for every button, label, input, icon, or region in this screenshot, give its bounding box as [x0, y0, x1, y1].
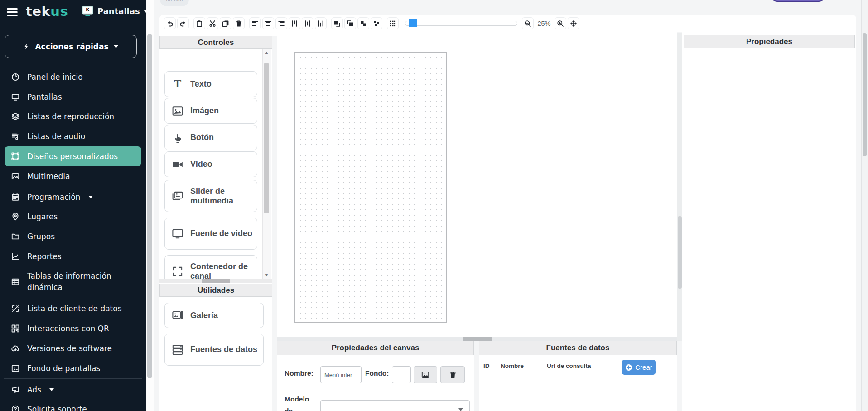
grid-button[interactable] [387, 17, 399, 29]
sidebar-scrollbar-thumb[interactable] [147, 34, 152, 378]
data-sources-body: IDNombreUrl de consulta Crear [479, 355, 677, 411]
zoom-out-button[interactable] [522, 17, 534, 29]
toolbar-group [387, 17, 399, 29]
create-data-source-button[interactable]: Crear [622, 360, 656, 375]
controls-scrollbar-thumb[interactable] [264, 63, 269, 213]
undo-button[interactable] [164, 17, 176, 29]
sidebar-item-reportes[interactable]: Reportes [5, 247, 141, 266]
utility-card-fuentes-de-datos[interactable]: Fuentes de datos [164, 334, 264, 366]
slider-thumb[interactable] [409, 19, 417, 27]
align-center-icon [265, 20, 272, 27]
bring-to-front-button[interactable] [331, 17, 343, 29]
controls-hscrollbar [159, 279, 272, 283]
sidebar-item-versiones-de-software[interactable]: Versiones de software [5, 338, 141, 358]
sidebar-item-label: Lista de cliente de datos [27, 303, 122, 314]
properties-panel: Propiedades [682, 15, 856, 411]
send-to-back-button[interactable] [344, 17, 356, 29]
sidebar-item-programacion[interactable]: Programación [5, 187, 141, 207]
table-icon [11, 278, 20, 286]
controls-hscrollbar-thumb[interactable] [202, 279, 230, 283]
pan-button[interactable] [568, 17, 579, 29]
paste-button[interactable] [193, 17, 205, 29]
align-center-button[interactable] [262, 17, 274, 29]
send-backward-icon [373, 20, 380, 27]
sidebar-item-panel-de-inicio[interactable]: Panel de inicio [5, 67, 141, 87]
model-select[interactable] [320, 400, 470, 411]
sidebar-item-ads[interactable]: Ads [5, 380, 141, 400]
utility-card-galeria[interactable]: Galería [164, 303, 264, 328]
utility-card-label: Fuentes de datos [190, 345, 257, 354]
create-button-label: Crear [635, 363, 652, 371]
grid-size-slider[interactable] [405, 21, 517, 26]
chart-line-icon [11, 252, 20, 261]
sidebar-item-pantallas[interactable]: Pantallas [5, 87, 141, 107]
background-image-button[interactable] [414, 366, 437, 383]
control-card-slider-de-multimedia[interactable]: Slider de multimedia [164, 180, 257, 212]
control-card-texto[interactable]: TTexto [164, 71, 257, 97]
scroll-down-icon[interactable]: ▼ [263, 273, 270, 277]
background-clear-button[interactable] [440, 366, 465, 383]
align-middle-button[interactable] [302, 17, 313, 29]
copy-button[interactable] [220, 17, 231, 29]
align-top-button[interactable] [289, 17, 300, 29]
page-scrollbar-thumb[interactable] [863, 33, 867, 156]
model-label: Modelo de [285, 393, 313, 411]
control-card-label: Botón [190, 133, 214, 142]
media-slider-icon [172, 190, 183, 202]
zoom-in-button[interactable] [555, 17, 566, 29]
background-color-input[interactable] [392, 366, 411, 383]
canvas-name-input[interactable] [320, 366, 362, 383]
redo-button[interactable] [177, 17, 189, 29]
cloud-download-icon [11, 344, 20, 353]
gallery-icon [172, 309, 183, 321]
layers-icon [11, 112, 20, 121]
sidebar-item-label: Grupos [27, 231, 55, 242]
control-card-fuente-de-video[interactable]: Fuente de video [164, 218, 257, 250]
sidebar-item-disenos-personalizados[interactable]: Diseños personalizados [5, 146, 141, 166]
send-to-back-icon [347, 20, 354, 27]
channel-container-icon [172, 266, 183, 277]
trash-icon [235, 20, 242, 27]
send-backward-button[interactable] [371, 17, 382, 29]
sidebar-item-interacciones-con-qr[interactable]: Interacciones con QR [5, 319, 141, 338]
chevron-down-icon [458, 408, 463, 411]
align-bottom-button[interactable] [315, 17, 327, 29]
sidebar-item-solicita-soporte[interactable]: Solicita soporte [5, 399, 141, 411]
align-right-button[interactable] [275, 17, 287, 29]
undo-icon [166, 20, 174, 27]
sidebar-item-multimedia[interactable]: Multimedia [5, 166, 141, 186]
align-left-button[interactable] [249, 17, 261, 29]
control-card-boton[interactable]: Botón [164, 125, 257, 150]
control-card-video[interactable]: Video [164, 151, 257, 177]
pointer-icon [172, 132, 183, 144]
utilities-panel-title: Utilidades [159, 284, 272, 297]
sidebar-item-listas-de-reproduccion[interactable]: Listas de reproducción [5, 106, 141, 126]
sidebar-item-fondo-de-pantallas[interactable]: Fondo de pantallas [5, 358, 141, 378]
canvas-vscrollbar-thumb[interactable] [678, 216, 682, 289]
controls-panel-title: Controles [159, 36, 272, 49]
data-sources-column-header: ID [483, 363, 490, 369]
sidebar-item-listas-de-audio[interactable]: Listas de audio [5, 126, 141, 146]
sidebar-item-tablas-de-informacion-dinamica[interactable]: Tablas de información dinámica [5, 268, 141, 296]
scroll-up-icon[interactable]: ▲ [263, 50, 270, 55]
control-card-imagen[interactable]: Imágen [164, 98, 257, 124]
top-action-button[interactable] [770, 0, 826, 2]
cut-button[interactable] [207, 17, 218, 29]
canvas-hscrollbar-thumb[interactable] [463, 337, 492, 341]
qr-code-icon [11, 324, 20, 333]
sidebar-item-lista-de-cliente-de-datos[interactable]: Lista de cliente de datos [5, 299, 141, 319]
canvas-properties-panel: Propiedades del canvas Nombre: Fondo: Mo… [277, 341, 474, 411]
controls-list: TTextoImágenBotónVideoSlider de multimed… [159, 49, 272, 279]
toolbar-group [249, 17, 327, 29]
align-right-icon [278, 20, 285, 27]
control-card-contenedor-de-canal[interactable]: Contenedor de canal [164, 255, 257, 279]
sidebar-item-grupos[interactable]: Grupos [5, 227, 141, 247]
wallpaper-icon [11, 364, 20, 372]
trash-button[interactable] [233, 17, 245, 29]
sidebar-item-label: Versiones de software [27, 343, 112, 354]
folder-icon [11, 232, 20, 241]
design-canvas[interactable] [294, 52, 447, 323]
properties-panel-title: Propiedades [684, 35, 855, 48]
bring-forward-button[interactable] [357, 17, 369, 29]
sidebar-item-lugares[interactable]: Lugares [5, 207, 141, 227]
